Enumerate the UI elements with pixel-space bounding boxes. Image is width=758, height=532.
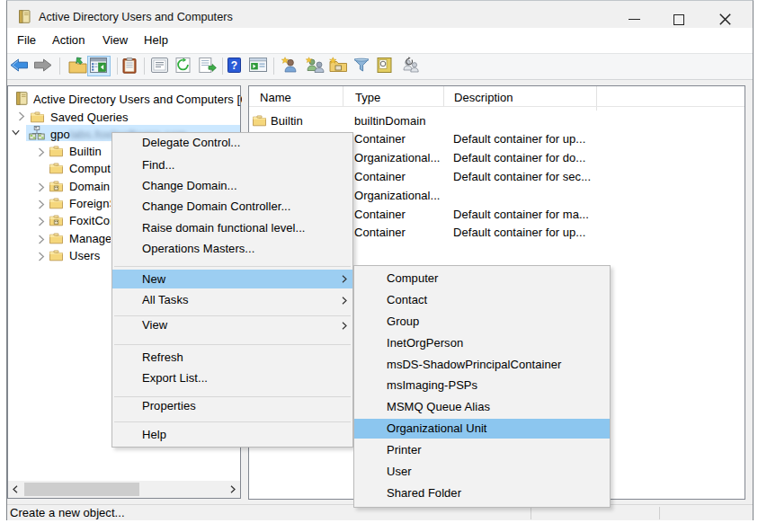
svg-text:?: ? bbox=[231, 59, 237, 72]
